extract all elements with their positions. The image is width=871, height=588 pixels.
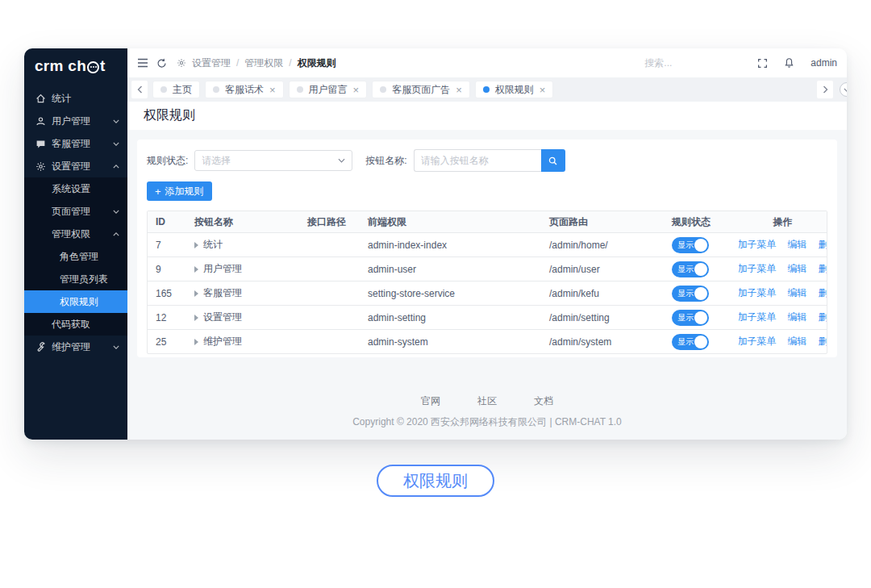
toggle-label: 显示	[677, 288, 694, 299]
tab-label: 主页	[173, 83, 192, 97]
edit-link[interactable]: 编辑	[788, 238, 807, 252]
tab-user-messages[interactable]: 用户留言 ×	[289, 81, 368, 98]
caret-right-icon[interactable]	[194, 242, 198, 248]
cell-name: 设置管理	[186, 311, 299, 324]
footer-link-docs[interactable]: 文档	[534, 394, 553, 408]
refresh-icon[interactable]	[156, 58, 167, 69]
caret-right-icon[interactable]	[194, 290, 198, 297]
sidebar-item-admin-list[interactable]: 管理员列表	[24, 268, 127, 290]
caret-right-icon[interactable]	[194, 266, 198, 273]
button-name-input[interactable]	[414, 149, 541, 172]
toggle-knob	[694, 239, 707, 252]
content-card: 规则状态: 请选择 按钮名称:	[137, 140, 837, 357]
table-row: 25 维护管理 admin-system /admin/system 显示 添加…	[148, 329, 827, 353]
sidebar-item-maintenance-management[interactable]: 维护管理	[24, 336, 127, 358]
table-row: 12 设置管理 admin-setting /admin/setting 显示 …	[148, 305, 827, 329]
sidebar-item-statistics[interactable]: 统计	[24, 87, 127, 110]
logo-text-suffix: t	[100, 57, 106, 75]
breadcrumb-item[interactable]: 管理权限	[244, 56, 283, 70]
sidebar-item-settings-management[interactable]: 设置管理	[24, 155, 127, 177]
add-submenu-link[interactable]: 添加子菜单	[739, 262, 777, 276]
delete-link[interactable]: 删除	[819, 262, 827, 276]
name-filter-label: 按钮名称:	[365, 154, 406, 168]
delete-link[interactable]: 删除	[819, 311, 827, 324]
footer-link-community[interactable]: 社区	[477, 394, 497, 408]
breadcrumb-item[interactable]: 设置管理	[192, 56, 231, 70]
status-select[interactable]: 请选择	[194, 150, 352, 171]
cell-route: /admin/kefu	[541, 288, 670, 299]
sidebar-item-user-management[interactable]: 用户管理	[24, 110, 127, 132]
fullscreen-icon[interactable]	[757, 58, 768, 69]
col-header-id: ID	[148, 216, 186, 227]
rule-name: 客服管理	[203, 286, 242, 300]
sidebar-item-label: 系统设置	[52, 182, 90, 196]
sidebar-item-code-get[interactable]: 代码获取	[24, 313, 127, 336]
sidebar-item-role-management[interactable]: 角色管理	[24, 245, 127, 268]
add-submenu-link[interactable]: 添加子菜单	[739, 335, 777, 348]
sidebar-item-permission-management[interactable]: 管理权限	[24, 223, 127, 245]
cell-route: /admin/system	[541, 336, 670, 348]
sidebar-item-page-management[interactable]: 页面管理	[24, 200, 127, 223]
tab-permission-rules[interactable]: 权限规则 ×	[475, 81, 554, 98]
status-select-placeholder: 请选择	[202, 154, 231, 168]
cell-id: 12	[148, 312, 186, 323]
add-submenu-link[interactable]: 添加子菜单	[739, 238, 777, 252]
app-window: crm cht 统计 用户管理 客服管理	[24, 48, 847, 440]
table-row: 9 用户管理 admin-user /admin/user 显示 添加子菜单编辑…	[148, 256, 827, 281]
tab-service-scripts[interactable]: 客服话术 ×	[205, 81, 284, 98]
close-icon[interactable]: ×	[353, 85, 360, 95]
status-toggle[interactable]: 显示	[672, 310, 709, 326]
add-submenu-link[interactable]: 添加子菜单	[739, 311, 777, 324]
close-icon[interactable]: ×	[540, 85, 546, 95]
breadcrumb: 设置管理 管理权限 权限规则	[177, 56, 336, 70]
bell-icon[interactable]	[784, 57, 794, 69]
chat-bubble-logo-icon	[87, 61, 99, 73]
hamburger-icon[interactable]	[137, 58, 148, 68]
caret-right-icon[interactable]	[194, 315, 198, 321]
name-filter-group	[414, 149, 565, 172]
chevron-up-icon	[113, 165, 119, 169]
tabbar-controls	[817, 81, 847, 98]
circle-chevron-icon[interactable]	[840, 82, 847, 97]
app-logo[interactable]: crm cht	[24, 48, 127, 84]
tab-home[interactable]: 主页	[152, 81, 200, 98]
tab-service-page-ads[interactable]: 客服页面广告 ×	[372, 81, 470, 98]
sidebar-item-label: 维护管理	[52, 340, 90, 354]
cell-id: 7	[148, 240, 186, 251]
status-toggle[interactable]: 显示	[672, 261, 709, 277]
page-header: 权限规则	[127, 102, 847, 130]
add-rule-button[interactable]: + 添加规则	[147, 181, 212, 201]
close-icon[interactable]: ×	[269, 85, 276, 95]
user-menu[interactable]: admin	[811, 57, 837, 69]
breadcrumb-separator	[289, 57, 291, 69]
sidebar-item-system-settings[interactable]: 系统设置	[24, 177, 127, 200]
toggle-label: 显示	[677, 336, 694, 348]
search-button[interactable]	[541, 149, 565, 172]
edit-link[interactable]: 编辑	[788, 262, 807, 276]
rule-name: 用户管理	[203, 262, 242, 276]
tabs-prev-button[interactable]	[131, 81, 148, 98]
col-header-api: 接口路径	[299, 215, 360, 229]
tab-dot-icon	[297, 86, 303, 93]
delete-link[interactable]: 删除	[819, 335, 827, 348]
add-submenu-link[interactable]: 添加子菜单	[739, 286, 777, 300]
delete-link[interactable]: 删除	[819, 286, 827, 300]
sidebar-item-service-management[interactable]: 客服管理	[24, 132, 127, 155]
status-toggle[interactable]: 显示	[672, 237, 709, 253]
sidebar-item-permission-rules[interactable]: 权限规则	[24, 290, 127, 313]
status-toggle[interactable]: 显示	[672, 286, 709, 302]
caption-label: 权限规则	[403, 470, 468, 492]
status-toggle[interactable]: 显示	[672, 334, 709, 350]
tabs-next-button[interactable]	[817, 81, 833, 98]
edit-link[interactable]: 编辑	[788, 286, 807, 300]
close-icon[interactable]: ×	[456, 85, 462, 95]
footer-link-official-site[interactable]: 官网	[421, 394, 440, 408]
delete-link[interactable]: 删除	[819, 238, 827, 252]
caret-right-icon[interactable]	[194, 339, 198, 345]
edit-link[interactable]: 编辑	[788, 311, 807, 324]
edit-link[interactable]: 编辑	[788, 335, 807, 348]
filter-row: 规则状态: 请选择 按钮名称:	[147, 149, 827, 172]
global-search-input[interactable]	[644, 57, 741, 69]
sidebar-item-label: 页面管理	[52, 205, 90, 219]
rules-table: ID 按钮名称 接口路径 前端权限 页面路由 规则状态 操作 7 统计	[147, 211, 827, 354]
